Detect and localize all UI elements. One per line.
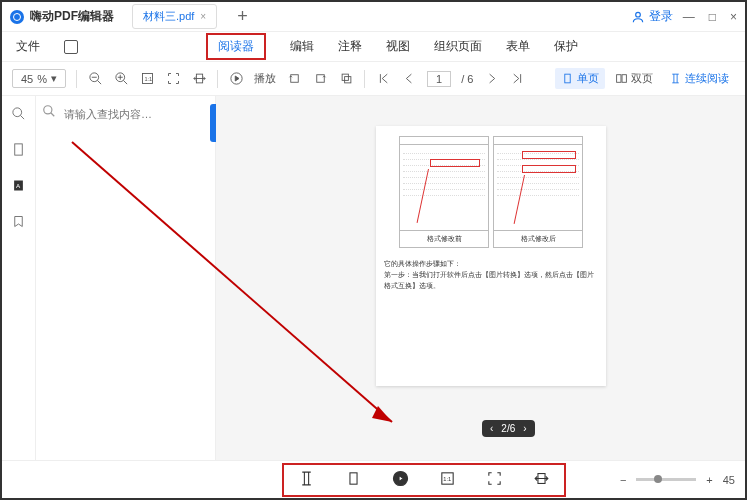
svg-rect-18 <box>622 75 626 83</box>
menu-protect[interactable]: 保护 <box>554 38 578 55</box>
actual-size-bottom-icon[interactable]: 1:1 <box>439 470 456 490</box>
single-page-icon <box>561 72 574 85</box>
menu-view[interactable]: 视图 <box>386 38 410 55</box>
zoom-controls: − + 45 <box>620 474 735 486</box>
page-total: / 6 <box>461 73 473 85</box>
menu-organize[interactable]: 组织页面 <box>434 38 482 55</box>
continuous-label: 连续阅读 <box>685 71 729 86</box>
tab-label: 材料三.pdf <box>143 9 194 24</box>
svg-line-25 <box>51 113 55 117</box>
page-input[interactable]: 1 <box>427 71 451 87</box>
left-rail: A <box>2 96 36 460</box>
title-bar: 嗨动PDF编辑器 材料三.pdf × + 登录 — □ × <box>2 2 745 32</box>
app-logo-icon <box>10 10 24 24</box>
page-thumbnail: 格式修改前 格式修改后 它的具体操作步骤如下： 第一步：当我们打开软件后点击【图… <box>376 126 606 386</box>
svg-rect-21 <box>15 144 23 155</box>
play-bottom-icon[interactable] <box>392 470 409 490</box>
fit-width-bottom-icon[interactable] <box>533 470 550 490</box>
outline-tab-icon[interactable] <box>11 214 26 232</box>
maximize-button[interactable]: □ <box>709 10 716 24</box>
doc-line1: 它的具体操作步骤如下： <box>384 258 598 269</box>
fit-width-icon[interactable] <box>191 71 207 87</box>
bottom-bar: 1:1 − + 45 <box>2 460 745 498</box>
svg-text:1:1: 1:1 <box>443 476 451 482</box>
single-page-bottom-icon[interactable] <box>345 470 362 490</box>
continuous-icon <box>669 72 682 85</box>
search-tab-icon[interactable] <box>11 106 26 124</box>
zoom-minus[interactable]: − <box>620 474 626 486</box>
svg-rect-17 <box>617 75 621 83</box>
zoom-readout: 45 <box>723 474 735 486</box>
menu-reader[interactable]: 阅读器 <box>206 33 266 60</box>
panel-left-caption: 格式修改前 <box>400 230 488 247</box>
last-page-icon[interactable] <box>509 71 525 87</box>
bookmarks-tab-icon[interactable]: A <box>11 178 26 196</box>
tab-close-icon[interactable]: × <box>200 11 206 22</box>
double-page-icon <box>615 72 628 85</box>
next-page-icon[interactable] <box>483 71 499 87</box>
new-tab-button[interactable]: + <box>237 6 248 27</box>
svg-line-3 <box>97 80 101 84</box>
menu-edit[interactable]: 编辑 <box>290 38 314 55</box>
document-canvas[interactable]: 格式修改前 格式修改后 它的具体操作步骤如下： 第一步：当我们打开软件后点击【图… <box>216 96 745 460</box>
svg-line-7 <box>123 80 127 84</box>
save-icon[interactable] <box>64 40 78 54</box>
double-page-button[interactable]: 双页 <box>609 68 659 89</box>
play-icon[interactable] <box>228 71 244 87</box>
svg-rect-15 <box>344 77 350 83</box>
floating-page-nav: ‹ 2/6 › <box>482 420 535 437</box>
continuous-scroll-icon[interactable] <box>298 470 315 490</box>
chevron-down-icon: ▾ <box>51 72 57 85</box>
first-page-icon[interactable] <box>375 71 391 87</box>
search-input[interactable] <box>62 104 204 124</box>
copy-icon[interactable] <box>338 71 354 87</box>
nav-next-icon[interactable]: › <box>523 423 526 434</box>
svg-rect-12 <box>290 75 298 83</box>
rotate-right-icon[interactable] <box>312 71 328 87</box>
search-icon <box>42 104 56 121</box>
svg-rect-14 <box>342 74 348 80</box>
play-label[interactable]: 播放 <box>254 71 276 86</box>
actual-size-icon[interactable]: 1:1 <box>139 71 155 87</box>
continuous-button[interactable]: 连续阅读 <box>663 68 735 89</box>
zoom-dropdown[interactable]: 45 % ▾ <box>12 69 66 88</box>
panel-right-caption: 格式修改后 <box>494 230 582 247</box>
prev-page-icon[interactable] <box>401 71 417 87</box>
rotate-left-icon[interactable] <box>286 71 302 87</box>
menu-annotate[interactable]: 注释 <box>338 38 362 55</box>
menu-file[interactable]: 文件 <box>16 38 40 55</box>
close-button[interactable]: × <box>730 10 737 24</box>
fit-page-icon[interactable] <box>165 71 181 87</box>
window-controls: — □ × <box>683 10 737 24</box>
zoom-value: 45 <box>21 73 33 85</box>
fit-page-bottom-icon[interactable] <box>486 470 503 490</box>
nav-prev-icon[interactable]: ‹ <box>490 423 493 434</box>
svg-point-0 <box>635 12 640 17</box>
app-title: 嗨动PDF编辑器 <box>30 8 114 25</box>
zoom-in-icon[interactable] <box>113 71 129 87</box>
svg-rect-28 <box>350 472 357 483</box>
doc-line2: 第一步：当我们打开软件后点击【图片转换】选项，然后点击【图片格式互换】选项。 <box>384 269 598 291</box>
user-icon <box>631 10 645 24</box>
svg-rect-13 <box>316 75 324 83</box>
document-tab[interactable]: 材料三.pdf × <box>132 4 217 29</box>
minimize-button[interactable]: — <box>683 10 695 24</box>
nav-page-label: 2/6 <box>501 423 515 434</box>
svg-point-24 <box>44 106 52 114</box>
search-panel: 查找 <box>36 96 216 460</box>
zoom-pct: % <box>37 73 47 85</box>
zoom-out-icon[interactable] <box>87 71 103 87</box>
thumbnails-tab-icon[interactable] <box>11 142 26 160</box>
svg-text:1:1: 1:1 <box>144 76 152 82</box>
login-button[interactable]: 登录 <box>631 8 673 25</box>
bottom-tool-group: 1:1 <box>282 463 566 497</box>
menu-bar: 文件 阅读器 编辑 注释 视图 组织页面 表单 保护 <box>2 32 745 62</box>
zoom-plus[interactable]: + <box>706 474 712 486</box>
zoom-slider[interactable] <box>636 478 696 481</box>
body-area: A 查找 格式修改前 <box>2 96 745 460</box>
menu-form[interactable]: 表单 <box>506 38 530 55</box>
svg-rect-16 <box>565 74 570 83</box>
login-label: 登录 <box>649 8 673 25</box>
single-page-button[interactable]: 单页 <box>555 68 605 89</box>
double-page-label: 双页 <box>631 71 653 86</box>
